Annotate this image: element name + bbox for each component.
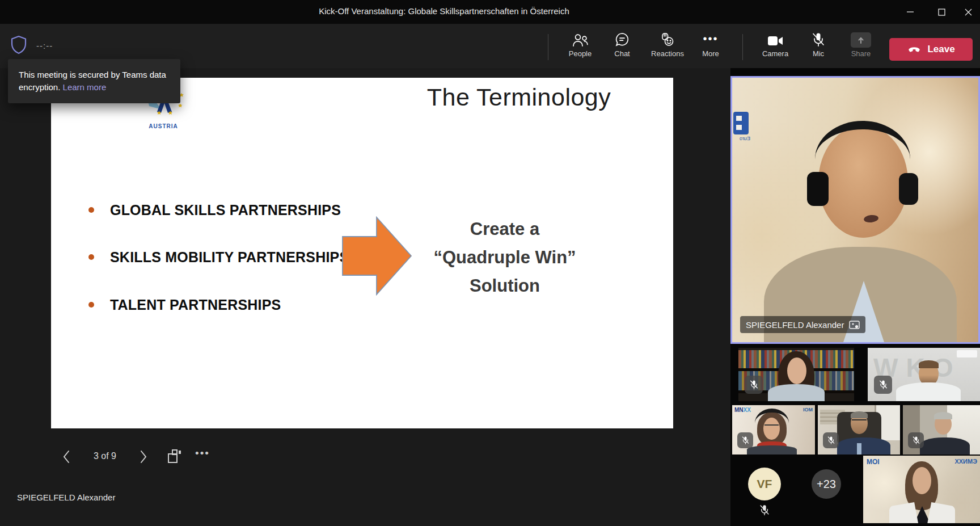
security-shield-button[interactable] [10,35,27,56]
share-label: Share [839,49,882,58]
participants-panel: Euro SPIEGELFELD Alexander [730,68,980,526]
participant-head [913,467,931,494]
mic-muted-badge [737,432,753,448]
close-icon [965,9,972,16]
slide-bullet-row: GLOBAL SKILLS PARTNERSHIPS [88,201,341,218]
leave-button[interactable]: Leave [889,38,973,61]
participant-tile-bottom-speaker[interactable]: MOI XXИМЭ [863,456,980,523]
participant-tile-window[interactable] [903,405,980,455]
window-title: Kick-Off Veranstaltung: Globale Skillspa… [319,6,569,16]
participant-torso [896,382,961,401]
participant-head [787,357,806,384]
participant-tile-bookshelf[interactable] [738,348,854,401]
leave-label: Leave [927,44,954,55]
shield-icon [10,35,27,56]
participant-hair [919,360,939,368]
bullet-icon [88,254,94,260]
slide-bullet-row: SKILLS MOBILITY PARTNERSHIPS [88,249,349,266]
participant-torso [920,437,970,455]
participant-tile-wko[interactable]: WKO [868,348,980,401]
video-settings-icon [849,321,860,329]
security-tooltip: This meeting is secured by Teams data en… [8,59,180,103]
participant-tile-emn[interactable]: MNXX IOM [732,405,815,455]
mic-muted-badge [823,432,839,448]
result-line-2: “Quadruple Win” [423,243,587,272]
share-button[interactable]: Share [839,30,882,64]
mic-button[interactable]: Mic [797,30,840,64]
bullet-text: GLOBAL SKILLS PARTNERSHIPS [110,202,341,218]
chat-button[interactable]: Chat [601,30,644,64]
emn-logo: MNXX [734,407,751,413]
close-button[interactable] [956,0,980,24]
bullet-icon [88,302,94,308]
eures-logo-fragment: Euro [733,112,750,141]
main-speaker-video[interactable]: Euro SPIEGELFELD Alexander [730,76,980,344]
headphone-cup-left [807,172,829,206]
participant-torso [747,445,797,455]
more-count-label: +23 [817,478,836,491]
video-frame [818,405,900,455]
people-button[interactable]: People [559,30,602,64]
mic-label: Mic [797,49,840,58]
minimize-icon [907,9,914,15]
maximize-icon [938,9,945,16]
participant-hair [934,412,952,419]
video-frame [738,348,854,401]
slide-page-indicator: 3 of 9 [79,451,130,461]
meeting-timer: --:-- [36,41,53,51]
video-frame: MNXX IOM [732,405,815,455]
title-bar: Kick-Off Veranstaltung: Globale Skillspa… [0,0,980,24]
participant-tile-suit[interactable] [818,405,900,455]
result-line-3: Solution [423,272,587,300]
main-video-name-label: SPIEGELFELD Alexander [740,316,865,333]
reactions-button[interactable]: Reactions [646,30,689,64]
camera-button[interactable]: Camera [754,30,797,64]
headphone-band [815,121,910,197]
participant-glasses [852,419,867,424]
eures-logo-text: Euro [733,136,750,141]
bullet-text: TALENT PARTNERSHIPS [110,297,281,313]
bullet-icon [88,207,94,213]
iom-logo: IOM [803,407,813,413]
meeting-stage: AUSTRIA The Terminology GLOBAL SKILLS PA… [0,68,980,526]
previous-slide-button[interactable] [61,449,71,464]
mic-muted-badge [874,376,892,394]
eures-logo-icon [733,112,749,134]
next-slide-button[interactable] [138,449,149,464]
video-frame: WKO [868,348,980,401]
slide-title: The Terminology [425,83,612,111]
people-icon [559,30,602,48]
austria-logo-caption: AUSTRIA [136,123,191,129]
mic-muted-badge [745,376,763,394]
mic-muted-badge [908,432,924,448]
participant-avatar-vf[interactable]: VF [748,468,781,500]
emn-mirrored-logo: XXИМЭ [954,458,977,465]
video-frame: MOI XXИМЭ [863,456,980,523]
hidden-participants-count[interactable]: +23 [812,469,841,499]
reactions-label: Reactions [646,49,689,58]
main-video-name: SPIEGELFELD Alexander [746,320,844,330]
avatar-initials: VF [757,477,772,491]
slide-more-options-button[interactable]: ••• [195,447,210,460]
more-label: More [689,49,732,58]
more-icon: ••• [689,30,732,48]
chat-icon [601,30,644,48]
block-arrow-right [342,216,412,296]
toolbar-divider [742,34,743,60]
participant-torso [768,384,825,401]
learn-more-link[interactable]: Learn more [63,82,107,92]
presenter-name-label: SPIEGELFELD Alexander [17,493,115,502]
minimize-button[interactable] [897,0,923,24]
video-frame [903,405,980,455]
participant-tie [857,443,861,455]
camera-label: Camera [754,49,797,58]
shared-slide: AUSTRIA The Terminology GLOBAL SKILLS PA… [51,78,673,428]
wall-logo-box [957,350,977,357]
headphone-cup-right [899,173,918,205]
participant-torso [837,437,890,455]
hangup-icon [907,42,922,57]
maximize-button[interactable] [928,0,954,24]
mic-muted-icon [797,30,840,48]
more-button[interactable]: ••• More [689,30,732,64]
slide-grid-view-button[interactable] [166,449,183,465]
